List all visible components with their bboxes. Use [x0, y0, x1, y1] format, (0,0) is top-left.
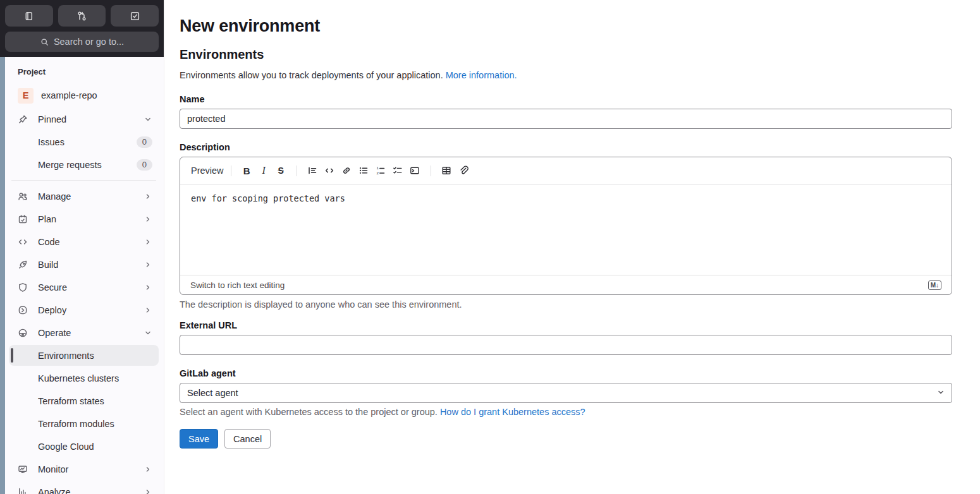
chevron-right-icon [144, 283, 152, 292]
chevron-right-icon [144, 306, 152, 315]
name-input[interactable] [180, 109, 952, 129]
sidebar-item-issues[interactable]: Issues 0 [9, 131, 159, 152]
issues-shortcut-button[interactable] [5, 5, 53, 27]
todo-check-icon [130, 11, 140, 21]
description-label: Description [180, 142, 952, 152]
more-information-link[interactable]: More information. [446, 70, 517, 80]
table-button[interactable] [438, 162, 455, 179]
sidebar-item-kubernetes-clusters[interactable]: Kubernetes clusters [9, 368, 159, 389]
sidebar-item-monitor[interactable]: Monitor [9, 459, 159, 479]
bullet-list-button[interactable] [355, 162, 372, 179]
operate-label: Operate [38, 328, 71, 338]
terraform-states-label: Terraform states [38, 396, 104, 406]
quote-button[interactable] [304, 162, 321, 179]
sidebar-item-merge-requests[interactable]: Merge requests 0 [9, 154, 159, 175]
issues-count-badge: 0 [137, 136, 152, 148]
table-icon [441, 166, 451, 176]
strikethrough-button[interactable]: S [273, 162, 290, 179]
kubernetes-clusters-label: Kubernetes clusters [38, 373, 119, 383]
search-input[interactable]: Search or go to... [5, 32, 159, 52]
intro-text: Environments allow you to track deployme… [180, 70, 443, 80]
ordered-list-button[interactable]: 12 [372, 162, 389, 179]
pin-icon [18, 114, 28, 124]
plan-label: Plan [38, 214, 56, 224]
chevron-down-icon [144, 328, 152, 337]
sidebar-scroll-strip[interactable] [0, 57, 5, 494]
sidebar-divider [11, 180, 156, 181]
code-label: Code [38, 237, 60, 247]
sidebar-item-analyze[interactable]: Analyze [9, 481, 159, 494]
secure-label: Secure [38, 282, 67, 292]
sidebar-item-manage[interactable]: Manage [9, 186, 159, 207]
sidebar-item-environments[interactable]: Environments [9, 345, 159, 366]
sidebar-item-terraform-modules[interactable]: Terraform modules [9, 413, 159, 434]
chevron-right-icon [144, 488, 152, 494]
task-list-button[interactable] [389, 162, 407, 179]
merge-request-icon [77, 11, 87, 21]
issues-icon [23, 11, 34, 21]
calendar-icon [18, 214, 28, 224]
switch-to-rich-text-link[interactable]: Switch to rich text editing [190, 280, 285, 290]
sidebar-item-google-cloud[interactable]: Google Cloud [9, 436, 159, 457]
gitlab-agent-field-group: GitLab agent Select agent Select an agen… [180, 368, 952, 417]
bullet-list-icon [358, 166, 369, 176]
project-avatar: E [18, 88, 34, 104]
section-title: Environments [180, 47, 952, 62]
toolbar-divider [431, 166, 431, 176]
sidebar-item-build[interactable]: Build [9, 254, 159, 275]
gitlab-app: Search or go to... Project E example-rep… [0, 0, 980, 494]
terraform-modules-label: Terraform modules [38, 419, 114, 429]
issues-label: Issues [38, 137, 64, 147]
monitor-label: Monitor [38, 464, 68, 474]
analyze-label: Analyze [38, 487, 71, 494]
chart-icon [18, 487, 28, 494]
sidebar-item-terraform-states[interactable]: Terraform states [9, 390, 159, 411]
merge-requests-count-badge: 0 [137, 159, 152, 171]
bold-button[interactable]: B [238, 162, 255, 179]
code-button[interactable] [321, 162, 338, 179]
italic-button[interactable]: I [255, 162, 273, 179]
sidebar-item-plan[interactable]: Plan [9, 208, 159, 229]
kubernetes-access-help-link[interactable]: How do I grant Kubernetes access? [440, 407, 585, 417]
sidebar-item-secure[interactable]: Secure [9, 277, 159, 298]
save-button[interactable]: Save [180, 429, 218, 449]
toolbar-divider [297, 166, 297, 176]
sidebar-item-project[interactable]: E example-repo [9, 84, 159, 107]
toolbar-divider [231, 166, 231, 176]
google-cloud-label: Google Cloud [38, 442, 94, 452]
sidebar-section-label: Project [9, 61, 159, 84]
sidebar-item-deploy[interactable]: Deploy [9, 299, 159, 320]
link-icon [341, 166, 352, 176]
project-name: example-repo [41, 90, 97, 100]
chevron-right-icon [144, 192, 152, 201]
chevron-right-icon [144, 215, 152, 224]
page-title: New environment [180, 16, 952, 36]
ordered-list-icon: 12 [376, 166, 386, 176]
sidebar-item-pinned[interactable]: Pinned [9, 109, 159, 130]
cancel-button[interactable]: Cancel [224, 429, 271, 449]
form-actions: Save Cancel [180, 429, 952, 449]
chevron-right-icon [144, 238, 152, 246]
attach-file-button[interactable] [455, 162, 472, 179]
description-textarea[interactable]: env for scoping protected vars [180, 184, 952, 275]
todo-list-shortcut-button[interactable] [111, 5, 159, 27]
markdown-supported-icon[interactable]: M↓ [928, 280, 941, 290]
pinned-label: Pinned [38, 114, 66, 124]
sidebar-item-code[interactable]: Code [9, 231, 159, 252]
external-url-input[interactable] [180, 335, 952, 355]
name-field-group: Name [180, 94, 952, 129]
chevron-right-icon [144, 465, 152, 474]
manage-label: Manage [38, 191, 71, 202]
sidebar: Search or go to... Project E example-rep… [0, 0, 164, 494]
agent-select[interactable]: Select agent [180, 383, 952, 403]
users-icon [18, 191, 28, 202]
merge-requests-shortcut-button[interactable] [58, 5, 106, 27]
link-button[interactable] [338, 162, 355, 179]
name-label: Name [180, 94, 952, 104]
merge-requests-label: Merge requests [38, 160, 102, 170]
collapsible-section-button[interactable] [407, 162, 424, 179]
description-field-group: Description Preview B I S 12 [180, 142, 952, 310]
preview-tab[interactable]: Preview [191, 166, 224, 176]
sidebar-item-operate[interactable]: Operate [9, 322, 159, 343]
collapsible-section-icon [410, 166, 420, 176]
